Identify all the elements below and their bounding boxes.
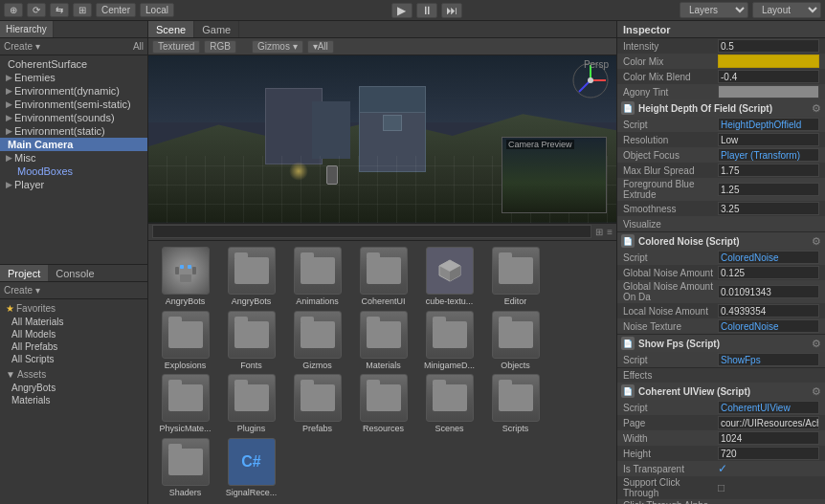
- all-filter-btn[interactable]: ▾All: [307, 40, 334, 54]
- object-focus-value[interactable]: Player (Transform): [718, 148, 819, 162]
- textured-btn[interactable]: Textured: [152, 40, 200, 54]
- asset-item-angrybots[interactable]: AngryBots: [220, 247, 282, 307]
- tool-btn-1[interactable]: ⊕: [4, 3, 23, 17]
- show-fps-header[interactable]: 📄 Show Fps (Script) ⚙: [617, 335, 825, 352]
- color-mix-blend-value[interactable]: -0.4: [718, 70, 819, 83]
- layout-dropdown[interactable]: Layout: [752, 2, 821, 18]
- h-item-player[interactable]: ▶ Player: [0, 178, 147, 191]
- local-btn[interactable]: Local: [140, 3, 174, 17]
- project-tab[interactable]: Project: [0, 265, 48, 281]
- hierarchy-all-filter[interactable]: All: [133, 41, 144, 52]
- page-value[interactable]: cour://UIResources/Achievem: [718, 416, 819, 429]
- gear-icon[interactable]: ⚙: [812, 385, 821, 398]
- h-item-enemies[interactable]: ▶ Enemies: [0, 71, 147, 84]
- asset-item-shaders[interactable]: Shaders: [154, 438, 216, 498]
- h-item-maincamera[interactable]: Main Camera: [0, 138, 147, 151]
- height-depth-header[interactable]: 📄 Height Depth Of Field (Script) ⚙: [617, 99, 825, 117]
- asset-item-signalrece[interactable]: C# SignalRece...: [220, 438, 282, 498]
- h-item-env-semistatic[interactable]: ▶ Environment(semi-static): [0, 98, 147, 111]
- asset-item-scenes[interactable]: Scenes: [418, 374, 480, 434]
- asset-materials[interactable]: Materials: [6, 394, 142, 406]
- colored-noise-title: Colored Noise (Script): [638, 236, 740, 247]
- asset-item-fonts[interactable]: Fonts: [220, 311, 282, 371]
- asset-item-angrybots-robot[interactable]: AngryBots: [154, 247, 216, 307]
- asset-item-objects[interactable]: Objects: [484, 311, 546, 371]
- center-btn[interactable]: Center: [96, 3, 136, 17]
- pause-button[interactable]: ⏸: [416, 3, 437, 18]
- h-item-coherentsurface[interactable]: CoherentSurface: [0, 57, 147, 71]
- step-button[interactable]: ⏭: [441, 3, 462, 18]
- rgb-btn[interactable]: RGB: [204, 40, 236, 54]
- tool-btn-4[interactable]: ⊞: [73, 3, 92, 17]
- asset-grid-view-btn[interactable]: ⊞: [595, 227, 603, 237]
- asset-item-prefabs[interactable]: Prefabs: [286, 374, 348, 434]
- fg-blur-value[interactable]: 1.25: [718, 183, 819, 196]
- smoothness-value[interactable]: 3.25: [718, 202, 819, 215]
- hierarchy-tab[interactable]: Hierarchy: [0, 21, 54, 37]
- coherent-script-value[interactable]: CoherentUIView: [718, 401, 819, 414]
- project-create-btn[interactable]: Create ▾: [4, 285, 40, 296]
- asset-item-editor[interactable]: Editor: [484, 247, 546, 307]
- gizmos-btn[interactable]: Gizmos ▾: [252, 40, 303, 54]
- noise-texture-value[interactable]: ColoredNoise: [718, 319, 819, 333]
- local-noise-value[interactable]: 0.4939354: [718, 304, 819, 318]
- h-item-moodboxes[interactable]: MoodBoxes: [0, 164, 147, 178]
- width-value[interactable]: 1024: [718, 431, 819, 445]
- game-tab[interactable]: Game: [194, 21, 239, 37]
- asset-label: Gizmos: [302, 361, 332, 371]
- hierarchy-create-btn[interactable]: Create ▾: [4, 41, 40, 52]
- cn-script-value[interactable]: ColoredNoise: [718, 251, 819, 264]
- max-blur-label: Max Blur Spread: [623, 165, 714, 176]
- asset-item-resources[interactable]: Resources: [352, 374, 414, 434]
- asset-search-input[interactable]: [152, 225, 591, 238]
- global-noise-da-value[interactable]: 0.01091343: [718, 285, 819, 298]
- fav-all-models[interactable]: All Models: [6, 328, 142, 340]
- height-value[interactable]: 720: [718, 447, 819, 460]
- is-transparent-check[interactable]: ✓: [718, 462, 727, 475]
- global-noise-value[interactable]: 0.125: [718, 266, 819, 279]
- colored-noise-header[interactable]: 📄 Colored Noise (Script) ⚙: [617, 232, 825, 250]
- gear-icon[interactable]: ⚙: [812, 235, 821, 248]
- asset-angrybots[interactable]: AngryBots: [6, 382, 142, 394]
- asset-item-minigame[interactable]: MinigameD...: [418, 311, 480, 371]
- play-button[interactable]: ▶: [391, 3, 412, 18]
- asset-item-gizmos[interactable]: Gizmos: [286, 311, 348, 371]
- coherent-header[interactable]: 📄 Coherent UIView (Script) ⚙: [617, 383, 825, 400]
- h-item-env-dynamic[interactable]: ▶ Environment(dynamic): [0, 84, 147, 98]
- layers-dropdown[interactable]: Layers: [680, 2, 748, 18]
- h-item-env-sounds[interactable]: ▶ Environment(sounds): [0, 111, 147, 124]
- scene-tab[interactable]: Scene: [148, 21, 194, 37]
- asset-item-materials[interactable]: Materials: [352, 311, 414, 371]
- asset-item-physicmate[interactable]: PhysicMate...: [154, 374, 216, 434]
- asset-item-plugins[interactable]: Plugins: [220, 374, 282, 434]
- asset-item-scripts[interactable]: Scripts: [484, 374, 546, 434]
- console-tab[interactable]: Console: [48, 265, 101, 281]
- max-blur-value[interactable]: 1.75: [718, 164, 819, 177]
- asset-list-view-btn[interactable]: ≡: [607, 227, 613, 237]
- h-item-env-static[interactable]: ▶ Environment(static): [0, 124, 147, 138]
- h-item-misc[interactable]: ▶ Misc: [0, 151, 147, 164]
- fav-all-materials[interactable]: All Materials: [6, 316, 142, 328]
- support-click-check[interactable]: □: [718, 481, 725, 494]
- resolution-value[interactable]: Low: [718, 133, 819, 146]
- intensity-value[interactable]: 0.5: [718, 39, 819, 53]
- script-value[interactable]: HeightDepthOffield: [718, 118, 819, 131]
- fps-script-value[interactable]: ShowFps: [718, 353, 819, 366]
- asset-item-animations[interactable]: Animations: [286, 247, 348, 307]
- agony-tint-value[interactable]: [718, 85, 819, 99]
- asset-item-cubetextu[interactable]: cube-textu...: [418, 247, 480, 307]
- tool-btn-2[interactable]: ⟳: [27, 3, 46, 17]
- color-mix-value[interactable]: [718, 55, 819, 68]
- gear-icon[interactable]: ⚙: [812, 338, 821, 350]
- project-tab-bar: Project Console: [0, 265, 147, 282]
- fps-script-label: Script: [623, 355, 714, 365]
- fav-all-prefabs[interactable]: All Prefabs: [6, 340, 142, 353]
- tool-btn-3[interactable]: ⇆: [50, 3, 69, 17]
- inspector-content[interactable]: Intensity 0.5 Color Mix Color Mix Blend …: [617, 38, 825, 504]
- scene-view[interactable]: Persp Camera Preview: [148, 55, 616, 223]
- fav-all-scripts[interactable]: All Scripts: [6, 353, 142, 365]
- h-arrow: ▶: [6, 86, 12, 96]
- gear-icon[interactable]: ⚙: [812, 102, 821, 115]
- asset-item-coherentui[interactable]: CoherentUI: [352, 247, 414, 307]
- asset-item-explosions[interactable]: Explosions: [154, 311, 216, 371]
